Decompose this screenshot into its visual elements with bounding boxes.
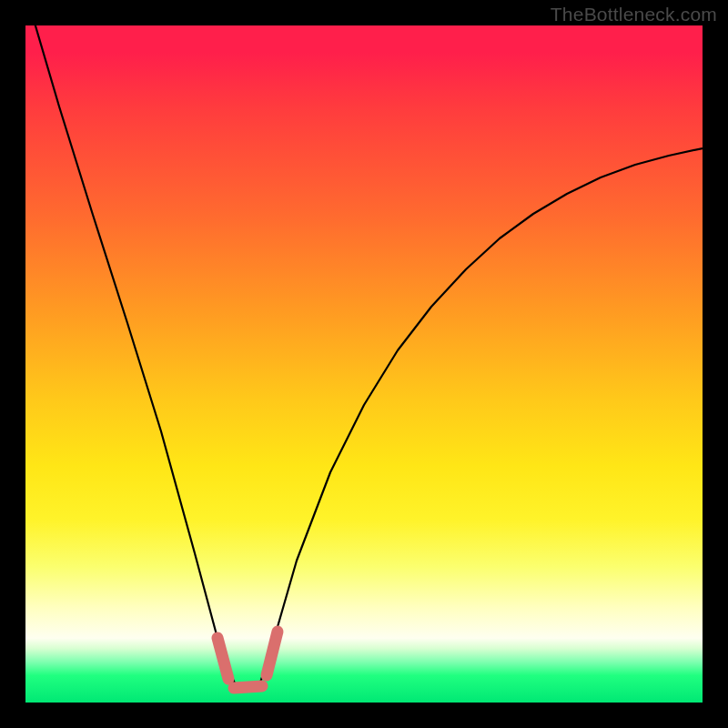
right-marker-segment [267,632,278,675]
watermark-text: TheBottleneck.com [551,4,717,25]
left-marker-segment [217,638,228,679]
chart-svg [25,25,703,703]
floor-marker-segment [234,686,262,688]
chart-plot-area [25,25,703,703]
chart-frame: TheBottleneck.com [0,0,728,728]
bottleneck-curve [25,25,703,689]
